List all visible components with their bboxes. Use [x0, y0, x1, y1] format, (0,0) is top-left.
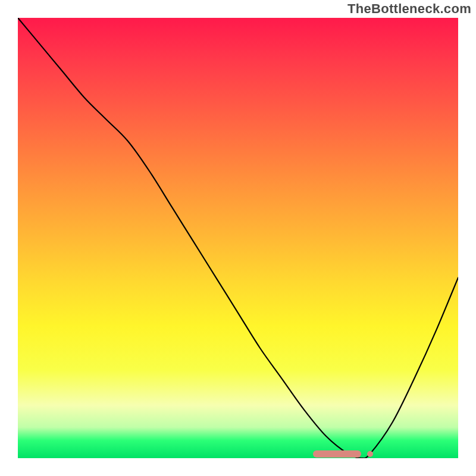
chart-stage: TheBottleneck.com [0, 0, 476, 476]
plot-area [18, 18, 458, 458]
curve-layer [18, 18, 458, 458]
watermark-text: TheBottleneck.com [347, 1, 471, 17]
optimal-range-dot [367, 451, 373, 457]
bottleneck-curve [18, 18, 458, 458]
optimal-range-marker [313, 450, 361, 458]
